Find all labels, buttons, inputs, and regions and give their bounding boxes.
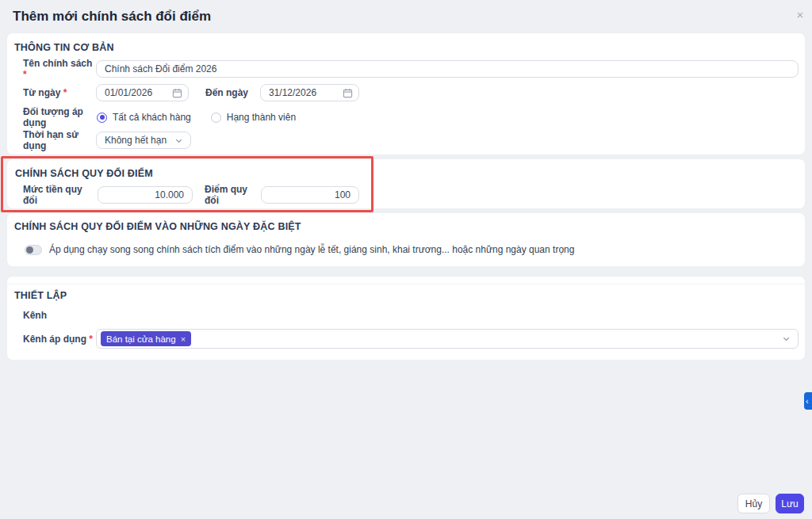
required-asterisk: * — [63, 87, 67, 98]
settings-card: THIẾT LẬP Kênh Kênh áp dụng * Bán tại cử… — [6, 276, 806, 361]
required-asterisk: * — [23, 69, 27, 80]
from-date-field — [96, 84, 189, 101]
policy-name-label: Tên chính sách * — [23, 58, 96, 80]
add-policy-modal: Thêm mới chính sách đổi điểm × THÔNG TIN… — [0, 0, 812, 519]
from-date-input[interactable] — [96, 84, 189, 101]
channel-tag: Bán tại cửa hàng × — [101, 331, 191, 346]
save-button[interactable]: Lưu — [776, 494, 804, 513]
conversion-rate-row: Mức tiền quy đổi Điểm quy đổi — [23, 186, 359, 204]
collapse-panel-button[interactable]: ‹ — [804, 392, 812, 410]
point-rate-label: Điểm quy đổi — [205, 184, 260, 206]
channel-group-label: Kênh — [23, 310, 47, 321]
toggle-off-switch[interactable] — [25, 245, 42, 255]
duration-value: Không hết hạn — [105, 135, 167, 146]
to-date-input[interactable] — [260, 84, 359, 101]
conversion-policy-header: CHÍNH SÁCH QUY ĐỔI ĐIỂM — [15, 168, 153, 179]
point-rate-input[interactable] — [261, 186, 359, 204]
radio-option-label: Hạng thành viên — [227, 112, 296, 123]
channel-row: Kênh áp dụng * Bán tại cửa hàng × — [23, 329, 799, 349]
close-icon[interactable]: × — [792, 6, 808, 22]
modal-title: Thêm mới chính sách đổi điểm — [13, 9, 211, 25]
special-days-toggle-row: Áp dụng chạy song song chính sách tích đ… — [25, 244, 794, 255]
required-asterisk: * — [89, 334, 93, 345]
duration-row: Thời hạn sử dụng Không hết hạn — [23, 132, 191, 149]
radio-option-member-tier[interactable]: Hạng thành viên — [211, 112, 296, 123]
basic-info-card: THÔNG TIN CƠ BẢN Tên chính sách * Từ ngà… — [6, 32, 806, 155]
date-range-row: Từ ngày * Đến ngày — [23, 84, 359, 101]
from-date-label: Từ ngày * — [23, 87, 96, 98]
audience-row: Đối tượng áp dụng Tất cả khách hàng Hạng… — [23, 109, 296, 125]
special-days-header: CHÍNH SÁCH QUY ĐỔI ĐIỂM VÀO NHỮNG NGÀY Đ… — [14, 221, 301, 232]
policy-name-input[interactable] — [96, 60, 799, 78]
money-rate-input[interactable] — [98, 186, 193, 204]
radio-option-label: Tất cả khách hàng — [113, 112, 191, 123]
radio-selected-icon[interactable] — [97, 113, 107, 123]
tag-remove-icon[interactable]: × — [181, 334, 186, 344]
channel-label: Kênh áp dụng * — [23, 334, 96, 345]
basic-info-header: THÔNG TIN CƠ BẢN — [14, 42, 114, 53]
card-divider — [7, 284, 805, 284]
channel-multiselect[interactable]: Bán tại cửa hàng × — [96, 329, 799, 349]
to-date-field — [260, 84, 359, 101]
duration-label: Thời hạn sử dụng — [23, 129, 96, 151]
money-rate-label: Mức tiền quy đổi — [23, 184, 96, 206]
special-days-card: CHÍNH SÁCH QUY ĐỔI ĐIỂM VÀO NHỮNG NGÀY Đ… — [6, 212, 806, 267]
to-date-label: Đến ngày — [205, 87, 260, 98]
conversion-policy-card: CHÍNH SÁCH QUY ĐỔI ĐIỂM Mức tiền quy đổi… — [6, 158, 806, 209]
chevron-left-icon: ‹ — [806, 396, 809, 406]
settings-header: THIẾT LẬP — [14, 290, 67, 301]
chevron-down-icon — [174, 136, 183, 145]
cancel-button[interactable]: Hủy — [737, 494, 770, 513]
audience-label: Đối tượng áp dụng — [23, 106, 96, 128]
radio-option-all-customers[interactable]: Tất cả khách hàng — [97, 112, 191, 123]
radio-unselected-icon[interactable] — [211, 113, 221, 123]
duration-select[interactable]: Không hết hạn — [96, 132, 191, 149]
toggle-label: Áp dụng chạy song song chính sách tích đ… — [49, 244, 574, 255]
policy-name-row: Tên chính sách * — [23, 60, 799, 78]
chevron-down-icon — [782, 334, 791, 343]
channel-tag-label: Bán tại cửa hàng — [106, 334, 176, 344]
